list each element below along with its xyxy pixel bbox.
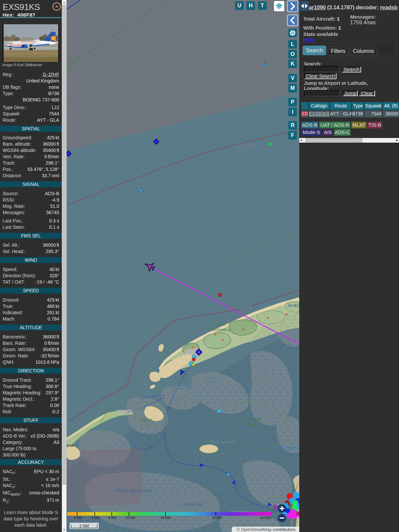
svg-text:10 000: 10 000 <box>125 516 135 520</box>
svg-text:Meep: Meep <box>246 422 256 427</box>
svg-text:4 000: 4 000 <box>74 516 82 520</box>
svg-text:Oude Zuid: Oude Zuid <box>242 417 261 422</box>
svg-text:20 000: 20 000 <box>161 516 171 520</box>
svg-text:18: 18 <box>296 512 299 516</box>
svg-text:Terschelling: Terschelling <box>207 327 231 332</box>
svg-text:Waardgronden: Waardgronden <box>116 487 152 493</box>
svg-text:Ballastplaa: Ballastplaa <box>277 445 299 450</box>
svg-text:2 NM: 2 NM <box>79 524 89 528</box>
svg-text:Lange Zand: Lange Zand <box>182 502 204 507</box>
svg-text:30 000: 30 000 <box>212 516 222 520</box>
svg-text:40 000+: 40 000+ <box>260 516 272 520</box>
svg-text:Grienderwaard: Grienderwaard <box>210 440 236 444</box>
svg-text:© OpenStreetMap contributors.: © OpenStreetMap contributors. <box>237 527 297 532</box>
svg-text:Richel: Richel <box>141 418 152 422</box>
svg-text:8 000: 8 000 <box>108 516 117 520</box>
svg-text:Hendrik-: Hendrik- <box>214 484 225 487</box>
svg-text:Groote: Groote <box>203 376 215 380</box>
svg-text:6 000: 6 000 <box>91 516 100 520</box>
svg-text:and: and <box>66 443 73 448</box>
svg-text:Boschpl: Boschpl <box>288 303 299 308</box>
svg-text:Plaat-: Plaat- <box>205 380 215 384</box>
svg-text:Duinen: Duinen <box>212 322 226 327</box>
svg-text:Tjaars-plaat: Tjaars-plaat <box>211 487 227 491</box>
